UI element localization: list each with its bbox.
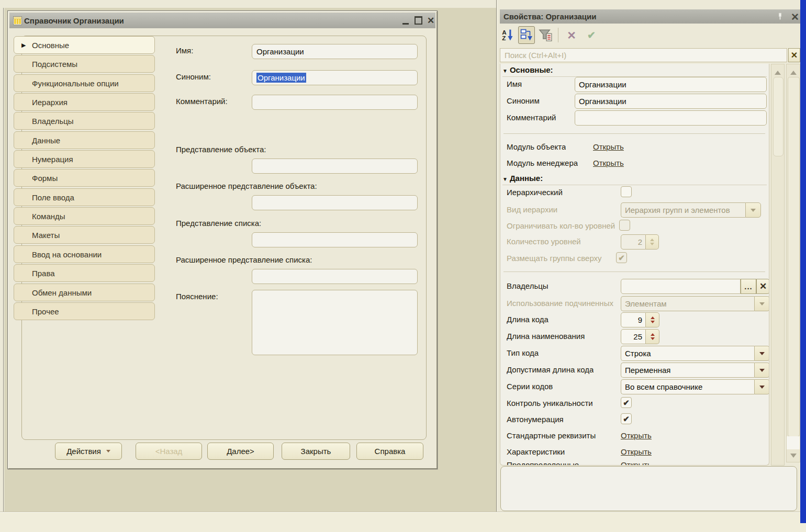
tab-vladelcy[interactable]: Владельцы — [14, 112, 155, 130]
actions-dropdown-icon — [106, 450, 110, 455]
scroll-up-icon[interactable] — [790, 67, 797, 75]
allowed-code-length-combo[interactable]: Переменная — [621, 363, 769, 378]
filter-button[interactable] — [537, 26, 554, 44]
section-header-main[interactable]: ▼Основные: — [502, 65, 767, 77]
code-series-combo[interactable]: Во всем справочнике — [621, 379, 769, 394]
close-button[interactable]: ✕ — [426, 13, 435, 28]
synonym-input[interactable]: Организации — [252, 70, 418, 85]
extended-object-presentation-input[interactable] — [252, 195, 418, 210]
toolbar-separator — [558, 28, 558, 42]
tab-funkcionalnye-opcii[interactable]: Функциональные опции — [14, 74, 155, 92]
owners-clear-button[interactable]: ✕ — [756, 279, 769, 294]
subordinate-use-combo: Элементам — [621, 296, 769, 311]
characteristics-open-link[interactable]: Открыть — [621, 447, 652, 458]
palette-close-icon[interactable]: ✕ — [791, 12, 799, 22]
ellipsis-icon: ... — [744, 282, 753, 291]
tab-label: Ввод на основании — [32, 250, 102, 259]
unique-control-checkbox[interactable]: ✔ — [621, 397, 632, 408]
object-module-open-link[interactable]: Открыть — [593, 142, 624, 153]
owners-input[interactable] — [621, 279, 741, 294]
prop-owners-label: Владельцы — [507, 281, 548, 292]
allowed-code-length-dropdown-button[interactable] — [754, 363, 769, 378]
list-presentation-label: Представление списка: — [176, 219, 261, 229]
prop-comment-input[interactable] — [575, 110, 767, 126]
tab-dannye[interactable]: Данные — [14, 131, 155, 149]
palette-titlebar[interactable]: Свойства: Организации ✕ — [500, 9, 800, 24]
tab-makety[interactable]: Макеты — [14, 226, 155, 244]
level-count-spin-buttons — [646, 234, 659, 250]
maximize-icon — [415, 16, 422, 25]
scroll-thumb[interactable] — [788, 77, 800, 437]
next-button[interactable]: Далее> — [207, 443, 274, 460]
pin-icon[interactable] — [777, 13, 783, 20]
tab-label: Обмен данными — [32, 288, 92, 297]
code-type-dropdown-button[interactable] — [754, 346, 769, 361]
object-presentation-input[interactable] — [252, 159, 418, 174]
sort-az-button[interactable]: A Z — [500, 26, 517, 44]
prop-object-module-label: Модуль объекта — [507, 142, 566, 153]
spin-down-icon — [651, 321, 655, 325]
separator — [503, 271, 765, 272]
chevron-down-icon — [759, 369, 765, 375]
explanation-label: Пояснение: — [176, 292, 218, 302]
tab-osnovnye[interactable]: ▶Основные — [14, 36, 155, 54]
manager-module-open-link[interactable]: Открыть — [593, 159, 624, 169]
code-length-spin-buttons[interactable] — [646, 312, 659, 327]
tab-komandy[interactable]: Команды — [14, 207, 155, 225]
code-series-dropdown-button[interactable] — [754, 379, 769, 394]
comment-label: Комментарий: — [176, 97, 228, 107]
limit-levels-checkbox — [619, 220, 630, 231]
comment-input[interactable] — [252, 95, 418, 110]
scroll-track-gap[interactable] — [787, 436, 800, 449]
prop-synonym-input[interactable]: Организации — [575, 94, 767, 109]
scroll-down-button[interactable] — [787, 449, 800, 462]
tab-ierarhiya[interactable]: Иерархия — [14, 93, 155, 111]
code-length-spinner[interactable]: 9 — [621, 312, 659, 327]
catalog-dialog-window: Справочник Организации ✕ ▶Основные Подси… — [7, 10, 438, 469]
maximize-button[interactable] — [413, 13, 423, 28]
explanation-textarea[interactable] — [252, 290, 418, 355]
name-length-spin-buttons[interactable] — [646, 329, 659, 344]
autonumbering-checkbox[interactable]: ✔ — [621, 413, 632, 424]
help-button[interactable]: Справка — [356, 443, 423, 460]
apply-check-icon: ✔ — [587, 30, 596, 40]
palette-scrollbar[interactable] — [786, 64, 800, 462]
code-type-combo[interactable]: Строка — [621, 346, 769, 361]
tab-numeraciya[interactable]: Нумерация — [14, 150, 155, 168]
section-header-data[interactable]: ▼Данные: — [502, 174, 767, 185]
prop-manager-module-label: Модуль менеджера — [507, 159, 578, 169]
tab-prochee[interactable]: Прочее — [14, 302, 155, 320]
check-icon: ✔ — [623, 399, 630, 406]
active-tab-arrow-icon: ▶ — [21, 42, 26, 49]
clipped-row-open-link[interactable]: Открыть — [621, 460, 652, 466]
search-clear-button[interactable]: ✕ — [788, 48, 800, 62]
group-by-categories-button[interactable] — [518, 26, 535, 44]
spin-up-icon — [650, 236, 654, 241]
minimize-button[interactable] — [401, 13, 410, 28]
tab-label: Поле ввода — [32, 193, 74, 202]
list-presentation-input[interactable] — [252, 232, 418, 247]
owners-more-button[interactable]: ... — [741, 279, 756, 294]
scroll-up-icon[interactable] — [775, 67, 781, 75]
tab-obmen-dannymi[interactable]: Обмен данными — [14, 284, 155, 301]
tab-podsistemy[interactable]: Подсистемы — [14, 55, 155, 73]
tab-vvod-na-osnovanii[interactable]: Ввод на основании — [14, 245, 155, 263]
prop-name-input[interactable]: Организации — [575, 77, 767, 92]
tab-prava[interactable]: Права — [14, 264, 155, 282]
name-length-spinner[interactable]: 25 — [621, 329, 659, 344]
close-dialog-button[interactable]: Закрыть — [282, 443, 350, 460]
tab-pole-vvoda[interactable]: Поле ввода — [14, 188, 155, 206]
dialog-titlebar[interactable]: Справочник Организации ✕ — [9, 13, 435, 28]
actions-button[interactable]: Действия — [55, 443, 122, 460]
standard-attributes-open-link[interactable]: Открыть — [621, 431, 652, 442]
actions-label: Действия — [66, 447, 101, 456]
search-input[interactable] — [500, 48, 787, 62]
tab-formy[interactable]: Формы — [14, 169, 155, 187]
prop-clipped-row-label: Предопределенные — [507, 460, 579, 466]
extended-list-presentation-input[interactable] — [252, 269, 418, 284]
scroll-thumb[interactable] — [773, 77, 783, 156]
prop-allowed-code-length-label: Допустимая длина кода — [507, 365, 594, 376]
name-input[interactable]: Организации — [252, 44, 418, 59]
hierarchical-checkbox[interactable] — [621, 186, 632, 197]
property-list-scrollbar[interactable] — [771, 64, 785, 466]
